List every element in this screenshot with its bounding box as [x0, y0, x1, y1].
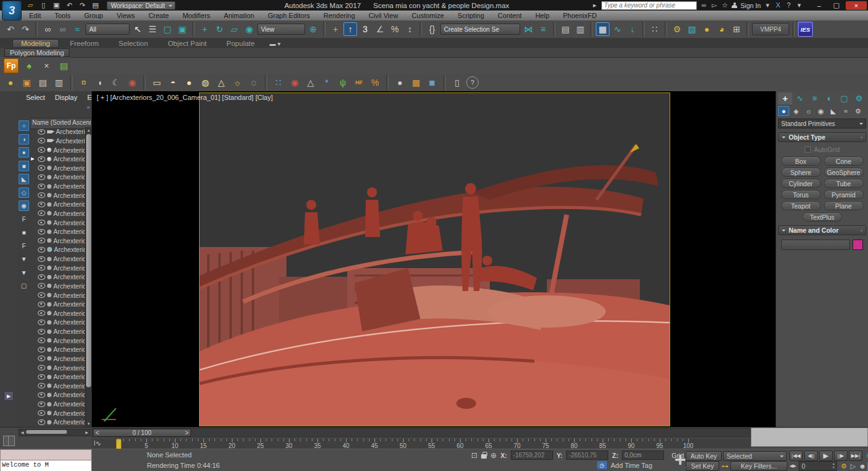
prev-frame-button[interactable]: ◀||: [804, 451, 818, 461]
vray-metaball-icon[interactable]: *: [320, 76, 334, 89]
undo-icon[interactable]: ↶: [4, 22, 17, 36]
viewport[interactable]: [ + ] [Archexteriors_20_006_Camera_01] […: [92, 91, 776, 427]
select-object-icon[interactable]: ↖: [131, 22, 144, 36]
eye-icon[interactable]: [38, 129, 45, 135]
menu-item[interactable]: Edit: [22, 12, 48, 19]
object-type-button[interactable]: Torus: [781, 190, 821, 199]
eye-icon[interactable]: [38, 138, 45, 143]
render-iterative-icon[interactable]: ◕: [715, 22, 728, 36]
maxscript-mini-listener[interactable]: Welcome to M: [0, 449, 92, 471]
viewport-layout-icon[interactable]: [3, 436, 15, 446]
explorer-vscrollbar[interactable]: ▲ ▼: [85, 127, 92, 427]
communication-center-icon[interactable]: ▻: [711, 1, 718, 9]
filter-geometry-icon[interactable]: ◑: [19, 134, 29, 145]
selection-filter-dropdown[interactable]: All: [86, 24, 130, 35]
object-name-field[interactable]: [781, 240, 850, 250]
vray-infinite-plane-icon[interactable]: ∷: [272, 76, 285, 89]
vray-proxy-icon[interactable]: ◉: [288, 76, 301, 89]
scroll-right-icon[interactable]: ▶: [84, 429, 90, 434]
z-coordinate-field[interactable]: 0,0cm: [622, 451, 664, 460]
object-type-button[interactable]: Cylinder: [781, 179, 821, 188]
vray-mesh-light-icon[interactable]: ◍: [198, 76, 212, 89]
filter-lights-icon[interactable]: ●: [19, 147, 29, 158]
vray-export-proxy-icon[interactable]: △: [304, 76, 317, 89]
add-time-tag-label[interactable]: Add Time Tag: [611, 462, 652, 469]
filter-funnel-gear-icon[interactable]: ▼: [19, 254, 29, 264]
frame-spinner[interactable]: ▲▼: [832, 462, 835, 469]
save-file-icon[interactable]: ▣: [51, 1, 62, 10]
ribbon-tab[interactable]: Modeling: [12, 39, 59, 48]
menu-item[interactable]: Rendering: [317, 12, 362, 19]
percent-snap-icon[interactable]: %: [388, 22, 402, 36]
filter-funnel-icon[interactable]: ▼: [19, 267, 29, 278]
named-selection-sets-icon[interactable]: {}: [425, 22, 439, 36]
y-coordinate-field[interactable]: -26510,75: [566, 451, 608, 460]
explorer-row[interactable]: Archexteriors: [30, 300, 86, 309]
tab-hierarchy[interactable]: ≡: [808, 92, 822, 104]
expand-strip-icon[interactable]: ▶: [4, 391, 14, 401]
vray-ies-light-icon[interactable]: △: [215, 76, 228, 89]
new-file-icon[interactable]: ▯: [38, 1, 49, 10]
restore-button[interactable]: ▢: [828, 1, 844, 10]
menu-item[interactable]: Scripting: [451, 12, 491, 19]
vray-asset-editor-icon[interactable]: ▥: [52, 76, 66, 89]
explorer-row[interactable]: Archexteriors: [30, 263, 86, 272]
minimize-button[interactable]: –: [811, 1, 827, 10]
vray-sphere-icon[interactable]: ●: [393, 76, 407, 89]
vray-plane-light-icon[interactable]: ▭: [150, 76, 164, 89]
vray-help-icon[interactable]: ?: [466, 76, 479, 89]
curve-editor-icon[interactable]: ∿: [611, 22, 624, 36]
filter-cameras-icon[interactable]: ■: [19, 161, 29, 171]
eye-icon[interactable]: [38, 365, 45, 370]
avatar-icon[interactable]: ☻: [858, 462, 867, 471]
select-by-name-icon[interactable]: ☰: [146, 22, 159, 36]
tab-modify[interactable]: ∿: [793, 92, 807, 104]
eye-icon[interactable]: [38, 256, 45, 262]
clay-render-canvas[interactable]: [200, 93, 670, 426]
key-step-icons[interactable]: ◀▶: [789, 462, 797, 471]
particle-view-icon[interactable]: ∷: [648, 22, 662, 36]
explorer-row[interactable]: Archexteriors: [30, 137, 86, 146]
open-file-icon[interactable]: ▱: [25, 1, 36, 10]
menu-item[interactable]: Customize: [405, 12, 451, 19]
vray-sun-icon[interactable]: ☼: [231, 76, 244, 89]
ribbon-tab[interactable]: Selection: [110, 39, 156, 48]
vray-grass-icon[interactable]: ψ: [336, 76, 350, 89]
vray-camera-lister-icon[interactable]: ◖: [93, 76, 107, 89]
eye-icon[interactable]: [38, 265, 45, 271]
track-bar-ruler[interactable]: I∿ 5101520253035404550556065707580859095…: [92, 437, 751, 450]
select-rotate-icon[interactable]: ↻: [213, 22, 226, 36]
vray-ambient-light-icon[interactable]: ◌: [247, 76, 260, 89]
mirror-icon[interactable]: ⋈: [521, 22, 535, 36]
explorer-row[interactable]: Archexteriors: [30, 363, 86, 372]
layer-explorer-toggle-icon[interactable]: ▥: [574, 22, 587, 36]
close-button[interactable]: ×: [846, 1, 867, 10]
object-type-button[interactable]: Pyramid: [824, 190, 864, 199]
selection-set-key-dropdown[interactable]: Selected: [723, 451, 787, 461]
select-manipulate-icon[interactable]: +: [329, 22, 342, 36]
select-link-icon[interactable]: ∞: [41, 22, 55, 36]
time-slider-track[interactable]: < 0 / 100 >: [92, 428, 753, 437]
explorer-row[interactable]: Archexteriors: [30, 272, 86, 282]
select-move-icon[interactable]: +: [198, 22, 211, 36]
search-expand-icon[interactable]: ▸: [591, 1, 598, 9]
eye-icon[interactable]: [38, 156, 45, 162]
viewport-label[interactable]: [ + ] [Archexteriors_20_006_Camera_01] […: [97, 94, 273, 101]
explorer-hscrollbar[interactable]: ◀ ▶: [19, 429, 91, 436]
scroll-thumb[interactable]: [86, 134, 91, 387]
eye-icon[interactable]: [38, 274, 45, 280]
object-type-button[interactable]: Teapot: [781, 201, 821, 210]
eye-icon[interactable]: [38, 356, 45, 361]
frame-next-icon[interactable]: >: [185, 429, 188, 436]
ribbon-media-icon[interactable]: ▬ ▾: [266, 40, 285, 48]
project-folder-icon[interactable]: ▤: [90, 1, 101, 10]
auto-key-button[interactable]: Auto Key: [686, 451, 722, 461]
menu-item[interactable]: Help: [528, 12, 556, 19]
explorer-row[interactable]: Archexteriors: [30, 336, 86, 345]
vray-last-render-icon[interactable]: ▣: [20, 76, 33, 89]
render-production-icon[interactable]: ●: [700, 22, 714, 36]
explorer-row[interactable]: Archexteriors: [30, 200, 86, 209]
object-type-button[interactable]: Tube: [824, 179, 864, 188]
menu-item[interactable]: Modifiers: [175, 12, 217, 19]
explorer-row[interactable]: Archexteriors: [30, 173, 86, 182]
